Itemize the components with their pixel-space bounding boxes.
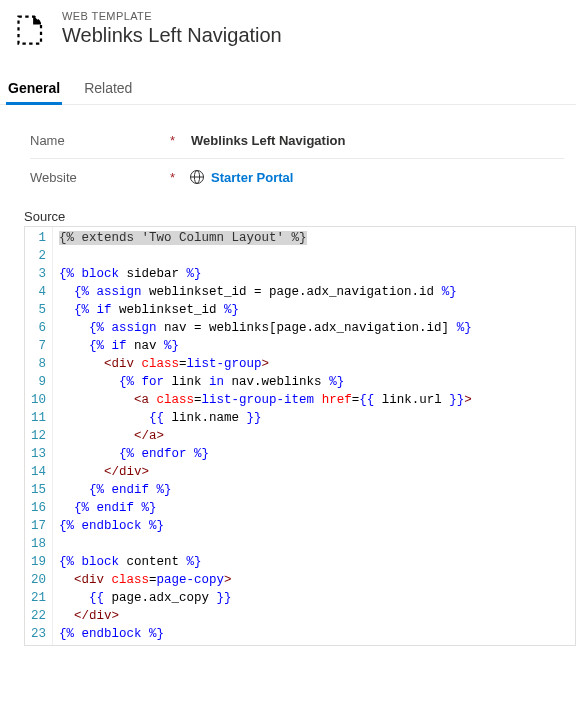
code-line[interactable] — [59, 535, 569, 553]
code-line[interactable]: {{ page.adx_copy }} — [59, 589, 569, 607]
breadcrumb: WEB TEMPLATE — [62, 10, 282, 22]
code-line[interactable]: {% assign weblinkset_id = page.adx_navig… — [59, 283, 569, 301]
line-number: 20 — [29, 571, 46, 589]
line-number: 2 — [29, 247, 46, 265]
line-number: 1 — [29, 229, 46, 247]
code-line[interactable]: {% endblock %} — [59, 625, 569, 643]
page-header: WEB TEMPLATE Weblinks Left Navigation — [0, 0, 576, 56]
code-line[interactable]: {% endblock %} — [59, 517, 569, 535]
code-line[interactable]: {% for link in nav.weblinks %} — [59, 373, 569, 391]
template-icon — [14, 12, 50, 48]
line-number: 14 — [29, 463, 46, 481]
line-number: 17 — [29, 517, 46, 535]
code-line[interactable]: {% assign nav = weblinks[page.adx_naviga… — [59, 319, 569, 337]
form-area: Name * Weblinks Left Navigation Website … — [0, 105, 576, 195]
line-number: 11 — [29, 409, 46, 427]
line-number: 3 — [29, 265, 46, 283]
source-section: Source 123456789101112131415161718192021… — [0, 209, 576, 646]
code-line[interactable]: {% if nav %} — [59, 337, 569, 355]
tab-general[interactable]: General — [6, 74, 62, 104]
field-name-row: Name * Weblinks Left Navigation — [30, 123, 564, 159]
code-editor[interactable]: 1234567891011121314151617181920212223 {%… — [24, 226, 576, 646]
code-line[interactable] — [59, 247, 569, 265]
code-line[interactable]: <div class=list-group> — [59, 355, 569, 373]
code-line[interactable]: {% extends 'Two Column Layout' %} — [59, 229, 569, 247]
line-number: 9 — [29, 373, 46, 391]
line-number: 5 — [29, 301, 46, 319]
code-line[interactable]: {% block sidebar %} — [59, 265, 569, 283]
line-number: 15 — [29, 481, 46, 499]
line-number: 8 — [29, 355, 46, 373]
code-line[interactable]: {{ link.name }} — [59, 409, 569, 427]
line-number: 18 — [29, 535, 46, 553]
line-number: 13 — [29, 445, 46, 463]
code-line[interactable]: {% if weblinkset_id %} — [59, 301, 569, 319]
source-label: Source — [24, 209, 576, 226]
line-number: 4 — [29, 283, 46, 301]
page-title: Weblinks Left Navigation — [62, 24, 282, 47]
field-name-value[interactable]: Weblinks Left Navigation — [191, 133, 345, 148]
code-line[interactable]: <div class=page-copy> — [59, 571, 569, 589]
field-website-row: Website * Starter Portal — [30, 159, 564, 195]
code-gutter: 1234567891011121314151617181920212223 — [25, 227, 53, 645]
line-number: 6 — [29, 319, 46, 337]
code-line[interactable]: {% block content %} — [59, 553, 569, 571]
code-body[interactable]: {% extends 'Two Column Layout' %}{% bloc… — [53, 227, 575, 645]
line-number: 10 — [29, 391, 46, 409]
line-number: 19 — [29, 553, 46, 571]
code-line[interactable]: <a class=list-group-item href={{ link.ur… — [59, 391, 569, 409]
required-icon: * — [170, 133, 185, 148]
code-line[interactable]: </a> — [59, 427, 569, 445]
line-number: 7 — [29, 337, 46, 355]
line-number: 12 — [29, 427, 46, 445]
field-name-label: Name — [30, 133, 170, 148]
field-website-link[interactable]: Starter Portal — [211, 170, 293, 185]
tab-related[interactable]: Related — [82, 74, 134, 104]
line-number: 23 — [29, 625, 46, 643]
line-number: 21 — [29, 589, 46, 607]
tab-bar: General Related — [0, 64, 576, 105]
line-number: 16 — [29, 499, 46, 517]
code-line[interactable]: </div> — [59, 463, 569, 481]
code-line[interactable]: {% endif %} — [59, 499, 569, 517]
line-number: 22 — [29, 607, 46, 625]
code-line[interactable]: {% endfor %} — [59, 445, 569, 463]
code-line[interactable]: </div> — [59, 607, 569, 625]
code-line[interactable]: {% endif %} — [59, 481, 569, 499]
field-website-label: Website — [30, 170, 170, 185]
globe-icon — [189, 169, 205, 185]
required-icon: * — [170, 170, 185, 185]
